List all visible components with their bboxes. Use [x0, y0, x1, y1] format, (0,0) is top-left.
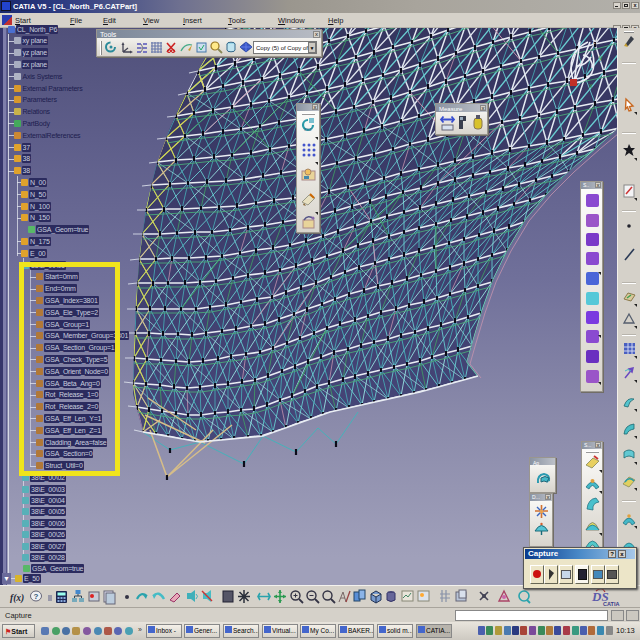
svg-text:XYZ: XYZ: [304, 127, 312, 132]
svg-text:?: ?: [34, 592, 39, 601]
svg-text:f(x): f(x): [10, 593, 24, 604]
